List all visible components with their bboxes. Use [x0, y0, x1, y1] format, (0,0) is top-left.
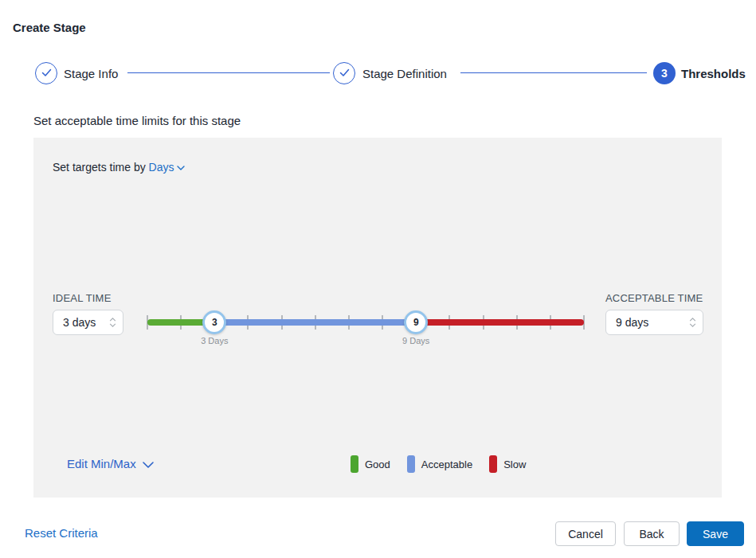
reset-criteria-link[interactable]: Reset Criteria [25, 526, 98, 540]
handle-value: 3 [212, 317, 217, 328]
step-2-circle[interactable] [333, 62, 355, 84]
legend-item-good: Good [351, 455, 390, 473]
save-button[interactable]: Save [687, 521, 744, 546]
legend-swatch [489, 455, 497, 473]
step-connector [460, 72, 647, 73]
step-1-label[interactable]: Stage Info [64, 67, 118, 80]
step-3-number: 3 [661, 67, 668, 80]
ideal-time-input[interactable]: 3 days [53, 310, 123, 335]
legend-label: Slow [503, 458, 526, 470]
target-unit-dropdown[interactable]: Days [149, 161, 185, 174]
stepper-arrows-icon[interactable] [109, 318, 116, 327]
slider-handle-ideal[interactable]: 3 [202, 310, 226, 334]
section-heading: Set acceptable time limits for this stag… [33, 114, 241, 127]
legend-label: Good [365, 458, 390, 470]
threshold-slider[interactable]: 3 3 Days 9 9 Days [147, 302, 584, 347]
cancel-button[interactable]: Cancel [555, 521, 616, 546]
slider-segment-acceptable [214, 319, 416, 326]
stepper-arrows-icon[interactable] [689, 318, 696, 327]
edit-minmax-link[interactable]: Edit Min/Max [67, 457, 154, 470]
step-2-label[interactable]: Stage Definition [362, 67, 447, 80]
check-icon [339, 66, 350, 80]
legend: GoodAcceptableSlow [351, 455, 526, 473]
target-time-row: Set targets time by Days [53, 160, 185, 174]
legend-label: Acceptable [421, 458, 472, 470]
handle-value: 9 [413, 317, 419, 328]
ideal-time-value: 3 days [63, 316, 96, 329]
ideal-time-label: IDEAL TIME [53, 292, 112, 304]
acceptable-time-label: ACCEPTABLE TIME [605, 292, 703, 304]
legend-item-acceptable: Acceptable [407, 455, 472, 473]
target-time-prefix: Set targets time by [53, 161, 146, 174]
chevron-down-icon [143, 457, 154, 470]
slider-segment-slow [416, 319, 584, 326]
slider-handle-acceptable[interactable]: 9 [404, 310, 428, 334]
slider-handle-ideal-label: 3 Days [201, 336, 228, 345]
acceptable-time-input[interactable]: 9 days [605, 310, 703, 335]
legend-item-slow: Slow [489, 455, 526, 473]
check-icon [41, 66, 52, 80]
step-1-circle[interactable] [35, 62, 57, 84]
legend-swatch [407, 455, 415, 473]
chevron-down-icon [177, 160, 185, 173]
step-3-circle[interactable]: 3 [653, 62, 676, 84]
back-button[interactable]: Back [624, 521, 680, 546]
legend-swatch [351, 455, 358, 473]
acceptable-time-value: 9 days [616, 316, 648, 329]
step-3-label[interactable]: Thresholds [681, 67, 746, 80]
edit-minmax-label: Edit Min/Max [67, 457, 136, 470]
step-connector [127, 72, 330, 73]
page-title: Create Stage [13, 21, 86, 34]
slider-handle-acceptable-label: 9 Days [402, 336, 429, 345]
